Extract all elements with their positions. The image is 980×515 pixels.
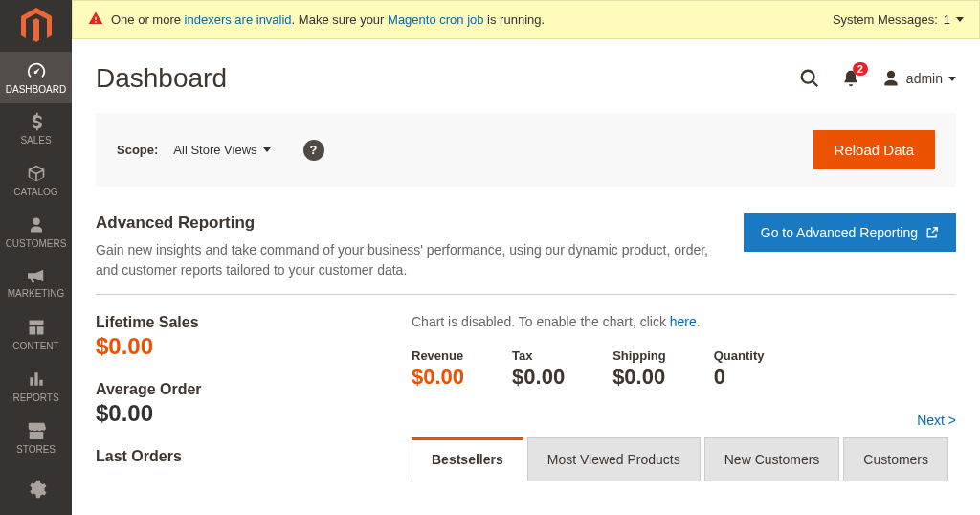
search-button[interactable] <box>799 68 820 89</box>
nav-label: MARKETING <box>8 288 64 299</box>
nav-reports[interactable]: REPORTS <box>0 361 72 413</box>
gauge-icon <box>26 59 47 80</box>
scope-select[interactable]: All Store Views <box>173 143 270 157</box>
next-link[interactable]: Next > <box>412 413 956 428</box>
dashboard-tabs: Bestsellers Most Viewed Products New Cus… <box>412 437 956 481</box>
scope-bar: Scope: All Store Views ? Reload Data <box>96 113 956 187</box>
advanced-reporting-section: Advanced Reporting Gain new insights and… <box>96 213 956 280</box>
megaphone-icon <box>26 267 47 284</box>
nav-sales[interactable]: SALES <box>0 103 72 155</box>
nav-label: REPORTS <box>12 392 58 403</box>
help-icon[interactable]: ? <box>303 140 324 161</box>
nav-label: CATALOG <box>13 187 57 197</box>
box-icon <box>27 164 46 183</box>
magento-logo[interactable] <box>0 0 72 52</box>
warning-icon <box>88 11 103 29</box>
kpi-tax: Tax $0.00 <box>512 348 565 390</box>
nav-system[interactable] <box>0 463 72 515</box>
nav-label: SALES <box>20 135 51 146</box>
nav-marketing[interactable]: MARKETING <box>0 258 72 309</box>
nav-customers[interactable]: CUSTOMERS <box>0 206 72 258</box>
average-order-stat: Average Order $0.00 <box>96 381 383 427</box>
tab-customers[interactable]: Customers <box>843 437 948 481</box>
admin-user-menu[interactable]: admin <box>881 69 956 88</box>
chevron-down-icon <box>263 147 271 152</box>
chevron-down-icon <box>956 17 964 22</box>
cron-job-link[interactable]: Magento cron job <box>388 12 483 27</box>
dashboard-stats-row: Lifetime Sales $0.00 Average Order $0.00… <box>96 314 956 486</box>
chevron-down-icon <box>948 77 956 81</box>
nav-label: CONTENT <box>12 341 58 351</box>
bar-chart-icon <box>27 369 46 389</box>
main-content: One or more indexers are invalid. Make s… <box>72 0 980 515</box>
search-icon <box>799 68 820 89</box>
svg-line-1 <box>813 81 818 87</box>
nav-content[interactable]: CONTENT <box>0 309 72 361</box>
dollar-icon <box>27 112 46 131</box>
gear-icon <box>26 479 47 500</box>
lifetime-sales-stat: Lifetime Sales $0.00 <box>96 314 383 360</box>
nav-stores[interactable]: STORES <box>0 412 72 463</box>
admin-user-label: admin <box>906 71 943 86</box>
kpi-quantity: Quantity 0 <box>714 348 765 390</box>
system-messages-toggle[interactable]: System Messages: 1 <box>833 12 964 27</box>
page-title: Dashboard <box>96 63 227 94</box>
indexers-invalid-link[interactable]: indexers are invalid <box>185 12 292 27</box>
enable-chart-link[interactable]: here <box>670 314 697 329</box>
chart-disabled-message: Chart is disabled. To enable the chart, … <box>412 314 956 329</box>
tab-most-viewed[interactable]: Most Viewed Products <box>527 437 701 481</box>
reload-data-button[interactable]: Reload Data <box>813 130 935 169</box>
adv-report-title: Advanced Reporting <box>96 213 715 233</box>
nav-catalog[interactable]: CATALOG <box>0 154 72 206</box>
nav-label: STORES <box>16 444 56 455</box>
storefront-icon <box>26 421 47 440</box>
admin-sidebar: DASHBOARD SALES CATALOG CUSTOMERS MARKET… <box>0 0 72 515</box>
system-message-bar: One or more indexers are invalid. Make s… <box>72 0 980 39</box>
layout-icon <box>27 318 46 337</box>
sys-msg-text: One or more indexers are invalid. Make s… <box>111 12 545 27</box>
page-header: Dashboard 2 admin <box>96 54 956 113</box>
kpi-shipping: Shipping $0.00 <box>612 348 666 390</box>
external-link-icon <box>925 226 939 239</box>
person-icon <box>28 215 45 235</box>
tab-bestsellers[interactable]: Bestsellers <box>412 437 523 481</box>
tab-new-customers[interactable]: New Customers <box>704 437 840 481</box>
go-to-advanced-reporting-button[interactable]: Go to Advanced Reporting <box>744 213 956 252</box>
kpi-revenue: Revenue $0.00 <box>412 348 464 390</box>
nav-dashboard[interactable]: DASHBOARD <box>0 52 72 103</box>
divider <box>96 294 956 295</box>
notifications-button[interactable]: 2 <box>841 68 860 89</box>
svg-point-0 <box>802 71 814 83</box>
notification-badge: 2 <box>853 62 868 76</box>
last-orders-section: Last Orders <box>96 448 383 465</box>
kpi-row: Revenue $0.00 Tax $0.00 Shipping $0.00 Q… <box>412 348 956 390</box>
adv-report-desc: Gain new insights and take command of yo… <box>96 240 715 280</box>
nav-label: CUSTOMERS <box>6 238 67 249</box>
nav-label: DASHBOARD <box>6 84 66 95</box>
user-icon <box>881 69 901 88</box>
scope-label: Scope: <box>117 143 158 157</box>
